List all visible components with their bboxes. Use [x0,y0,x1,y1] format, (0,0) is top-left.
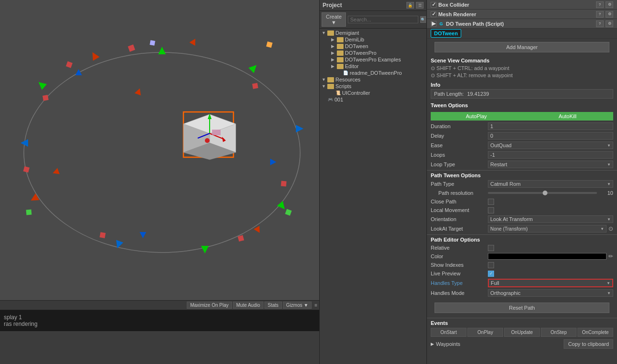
tree-item-dotweenpro-examples[interactable]: ▶ DOTweenPro Examples [320,56,426,63]
events-row: OnStart OnPlay OnUpdate OnStep OnComplet… [427,327,617,338]
mesh-renderer-label: Mesh Renderer [438,11,596,17]
handles-type-select[interactable]: Full [488,279,613,287]
copy-clipboard-button[interactable]: Copy to clipboard [564,339,613,349]
box-collider-gear-icon[interactable]: ⚙ [606,1,613,8]
scene-viewport[interactable] [0,0,319,300]
lookat-target-row: LookAt Target None (Transform) ⊙ [427,224,617,233]
tree-item-readme[interactable]: 📄 readme_DOTweenPro [320,70,426,76]
maximize-on-play-btn[interactable]: Maximize On Play [187,302,232,309]
local-movement-checkbox[interactable] [488,207,494,213]
delay-value[interactable]: 0 [488,132,613,140]
orientation-select[interactable]: Look At Transform [488,215,613,223]
tree-item-demigiant[interactable]: ▼ Demigiant [320,30,426,36]
tree-item-001[interactable]: 🎮 001 [320,96,426,103]
dotween-gear-icon[interactable]: ⚙ [606,20,613,27]
project-menu-icon[interactable]: ☰ [416,2,424,9]
relative-label: Relative [431,245,488,251]
mesh-renderer-header: ✓ Mesh Renderer ? ⚙ [427,10,617,19]
tree-item-resources[interactable]: ▼ Resources [320,76,426,83]
onplay-button[interactable]: OnPlay [467,328,503,337]
live-preview-row: Live Preview ✓ [427,269,617,278]
local-movement-label: Local Movement [431,207,488,213]
svg-rect-28 [281,181,286,187]
ease-row: Ease OutQuad [427,141,617,150]
color-pencil-icon[interactable]: ✏ [608,253,613,260]
mute-audio-btn[interactable]: Mute Audio [233,302,263,309]
loops-row: Loops -1 [427,150,617,160]
lookat-target-icon[interactable]: ⊙ [608,225,613,232]
loop-type-select[interactable]: Restart [488,161,613,168]
scene-view-commands-title: Scene View Commands [431,58,613,63]
path-type-select[interactable]: Catmull Rom [488,180,613,188]
handles-mode-label: Handles Mode [431,290,488,296]
tree-item-dotween[interactable]: ▶ DOTween [320,43,426,50]
dotween-info-icon[interactable]: ? [596,20,604,27]
handles-mode-select[interactable]: Orthographic [488,289,613,297]
delay-row: Delay 0 [427,131,617,141]
path-resolution-row: Path resolution 10 [427,189,617,197]
autokill-button[interactable]: AutoKill [522,112,614,121]
svg-rect-27 [252,83,258,89]
show-indexes-checkbox[interactable] [488,262,494,268]
path-resolution-value: 10 [599,190,613,196]
path-resolution-slider[interactable]: 10 [488,190,613,196]
loop-type-label: Loop Type [431,162,488,167]
tree-item-editor[interactable]: ▶ Editor [320,63,426,70]
color-swatch[interactable] [488,253,607,260]
mesh-renderer-toggle[interactable]: ✓ [431,11,436,17]
stats-btn[interactable]: Stats [264,302,282,309]
duration-label: Duration [431,123,488,129]
close-path-checkbox[interactable] [488,199,494,205]
scene-cmd-2: ⊙ SHIFT + ALT: remove a waypoint [431,72,613,79]
loops-value[interactable]: -1 [488,151,613,159]
relative-checkbox[interactable] [488,245,494,251]
add-manager-button[interactable]: Add Manager [435,42,609,52]
duration-value[interactable]: 1 [488,122,613,130]
dotween-script-header: ▶ G DO Tween Path (Script) ? ⚙ [427,19,617,29]
project-lock-icon[interactable]: 🔒 [406,2,414,9]
mesh-renderer-info-icon[interactable]: ? [596,11,604,18]
gizmos-btn[interactable]: Gizmos ▼ [283,302,312,309]
color-field[interactable]: ✏ [488,253,613,260]
path-tween-options-title: Path Tween Options [431,172,613,178]
box-collider-toggle[interactable]: ✓ [431,2,436,8]
slider-thumb [543,191,547,195]
dotween-logo: DOTween [431,29,461,38]
tree-item-demilib[interactable]: ▶ DemiLib [320,36,426,43]
lookat-target-select[interactable]: None (Transform) [488,225,607,233]
onstart-button[interactable]: OnStart [431,328,466,337]
onupdate-button[interactable]: OnUpdate [504,328,540,337]
handles-type-row: Handles Type Full [427,278,617,288]
svg-rect-32 [26,209,32,215]
live-preview-checkbox[interactable]: ✓ [488,271,494,277]
path-resolution-label: Path resolution [431,190,488,196]
tree-item-scripts[interactable]: ▼ Scripts [320,83,426,90]
project-search[interactable] [348,16,418,23]
waypoints-arrow-icon: ▶ [431,342,434,346]
box-collider-label: Box Collider [438,2,596,8]
create-button[interactable]: Create ▼ [322,12,346,27]
autoplay-bar: AutoPlay AutoKill [431,112,613,121]
live-preview-label: Live Preview [431,271,488,276]
box-collider-info-icon[interactable]: ? [596,1,604,8]
oncomplete-button[interactable]: OnComplete [577,328,613,337]
search-icon[interactable]: 🔍 [420,16,426,23]
ease-select[interactable]: OutQuad [488,142,613,149]
project-panel: Project 🔒 ☰ Create ▼ 🔍 ☰ ▼ Demigiant ▶ D… [319,0,426,364]
tree-item-uicontroller[interactable]: 📜 UIController [320,90,426,96]
dotween-script-toggle[interactable]: ▶ [431,21,436,27]
onstep-button[interactable]: OnStep [541,328,577,337]
orientation-row: Orientation Look At Transform [427,214,617,224]
duration-row: Duration 1 [427,121,617,131]
autoplay-button[interactable]: AutoPlay [431,112,522,121]
reset-path-button[interactable]: Reset Path [435,303,609,313]
loop-type-row: Loop Type Restart [427,160,617,169]
console-line-1: splay 1 [4,314,315,321]
close-path-row: Close Path [427,197,617,206]
tree-item-dotweenpro[interactable]: ▶ DOTweenPro [320,50,426,56]
console-area: splay 1 ras rendering [0,310,319,331]
mesh-renderer-gear-icon[interactable]: ⚙ [606,11,613,18]
path-length-label: Path Length: [434,91,464,97]
waypoints-toggle[interactable]: ▶ Waypoints [431,341,460,347]
handles-type-label: Handles Type [431,280,488,286]
